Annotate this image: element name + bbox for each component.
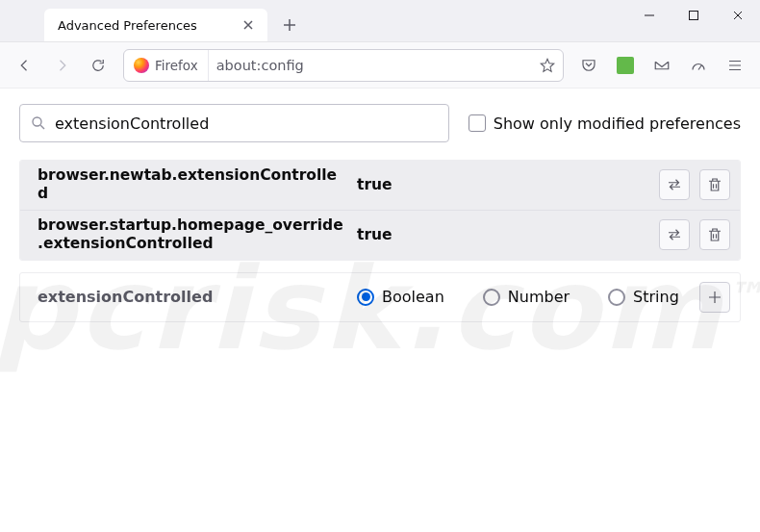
browser-window: Advanced Preferences — [0, 0, 760, 532]
minimize-button[interactable] — [627, 0, 671, 31]
dashboard-icon[interactable] — [681, 48, 716, 83]
identity-box[interactable]: Firefox — [124, 50, 209, 81]
pref-value: true — [357, 226, 659, 243]
radio-icon — [608, 289, 625, 306]
checkbox-icon — [469, 114, 486, 132]
plus-icon — [706, 289, 723, 306]
forward-button[interactable] — [44, 48, 79, 83]
toggle-arrows-icon — [666, 226, 683, 243]
menu-button[interactable] — [718, 48, 752, 83]
firefox-icon — [134, 58, 149, 73]
search-row: Show only modified preferences — [19, 104, 741, 142]
close-window-button[interactable] — [716, 0, 760, 31]
pocket-icon[interactable] — [571, 48, 606, 83]
tab-title: Advanced Preferences — [58, 18, 239, 33]
toggle-arrows-icon — [666, 176, 683, 193]
trash-icon — [706, 176, 723, 193]
svg-rect-0 — [690, 12, 698, 20]
preference-list: browser.newtab.extensionControlled true … — [19, 160, 741, 261]
mail-icon[interactable] — [645, 48, 679, 83]
radio-string[interactable]: String — [608, 288, 679, 306]
pref-name: browser.newtab.extensionControlled — [38, 166, 357, 204]
pref-value: true — [357, 176, 659, 193]
add-pref-name: extensionControlled — [38, 288, 357, 306]
toggle-button[interactable] — [659, 169, 690, 200]
pref-row[interactable]: browser.newtab.extensionControlled true — [20, 161, 740, 210]
new-tab-button[interactable] — [273, 9, 306, 41]
search-box[interactable] — [19, 104, 449, 142]
maximize-button[interactable] — [671, 0, 716, 31]
delete-button[interactable] — [699, 219, 730, 250]
back-button[interactable] — [8, 48, 42, 83]
svg-point-1 — [33, 117, 41, 126]
identity-label: Firefox — [155, 58, 198, 73]
url-bar[interactable]: Firefox about:config — [123, 49, 564, 82]
about-config-content: Show only modified preferences browser.n… — [0, 89, 760, 338]
pref-actions — [659, 169, 730, 200]
trash-icon — [706, 226, 723, 243]
show-only-modified-checkbox[interactable]: Show only modified preferences — [469, 114, 741, 133]
extension-icon[interactable] — [608, 48, 643, 83]
radio-label: String — [633, 288, 679, 306]
titlebar: Advanced Preferences — [0, 0, 760, 42]
add-pref-row: extensionControlled Boolean Number Strin… — [19, 272, 741, 322]
radio-label: Number — [508, 288, 570, 306]
reload-button[interactable] — [81, 48, 115, 83]
url-text[interactable]: about:config — [209, 58, 532, 73]
close-tab-icon[interactable] — [239, 15, 258, 35]
toggle-button[interactable] — [659, 219, 690, 250]
tab-active[interactable]: Advanced Preferences — [44, 9, 267, 41]
add-pref-button[interactable] — [699, 282, 730, 313]
search-icon — [30, 114, 47, 132]
radio-icon — [357, 289, 374, 306]
search-input[interactable] — [47, 114, 439, 133]
pref-name: browser.startup.homepage_override.extens… — [38, 216, 357, 254]
tab-strip: Advanced Preferences — [0, 0, 627, 41]
radio-number[interactable]: Number — [483, 288, 570, 306]
checkbox-label: Show only modified preferences — [494, 114, 741, 133]
nav-toolbar: Firefox about:config — [0, 42, 760, 89]
radio-icon — [483, 289, 500, 306]
radio-label: Boolean — [382, 288, 444, 306]
pref-row[interactable]: browser.startup.homepage_override.extens… — [20, 210, 740, 260]
delete-button[interactable] — [699, 169, 730, 200]
radio-boolean[interactable]: Boolean — [357, 288, 444, 306]
add-pref-type-group: Boolean Number String — [357, 288, 699, 306]
pref-actions — [659, 219, 730, 250]
bookmark-star-icon[interactable] — [532, 57, 563, 74]
window-controls — [627, 0, 760, 41]
